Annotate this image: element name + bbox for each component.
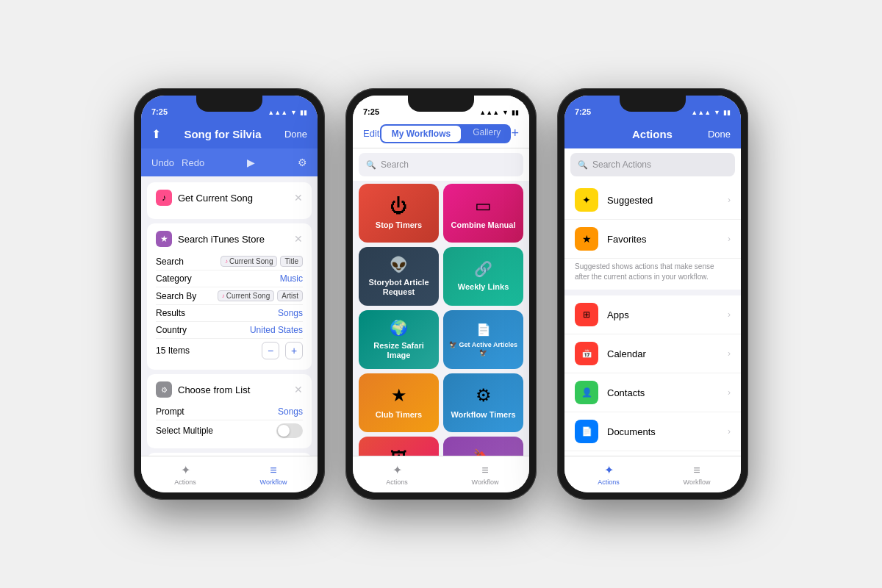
search-tags: ♪Current Song Title [220, 256, 303, 267]
actions-content: ✦ Suggested › ★ Favorites › Suggested sh… [564, 181, 741, 456]
close-block-1[interactable]: ✕ [294, 192, 303, 204]
signal-icon-2: ▲▲▲ [479, 109, 499, 116]
select-multiple-toggle[interactable] [276, 423, 303, 438]
tab-workflow-label-2: Workflow [472, 478, 499, 486]
wand-icon-1: ✦ [181, 463, 190, 477]
stop-timers-icon: ⏻ [390, 196, 408, 216]
workflow-icon-2: ≡ [481, 464, 488, 477]
suggested-icon: ✦ [575, 188, 598, 212]
close-block-2[interactable]: ✕ [294, 233, 303, 245]
redo-btn[interactable]: Redo [182, 157, 204, 168]
tab-workflow-label-3: Workflow [684, 478, 711, 486]
done-btn-3[interactable]: Done [708, 129, 731, 140]
tab-actions-2[interactable]: ✦ Actions [353, 456, 441, 492]
wand-icon-2: ✦ [392, 463, 402, 477]
results-value[interactable]: Songs [278, 308, 303, 318]
section-divider-3 [564, 290, 741, 295]
category-value[interactable]: Music [280, 273, 303, 284]
tile-workflow-timers[interactable]: ⚙ Workflow Timers [443, 373, 523, 432]
current-song-tag-2[interactable]: ♪Current Song [218, 290, 274, 301]
status-icons-2: ▲▲▲ ▼ ▮▮ [479, 109, 519, 116]
tab-actions-3[interactable]: ✦ Actions [564, 456, 653, 492]
title-tag[interactable]: Title [280, 256, 303, 267]
suggested-item[interactable]: ✦ Suggested › [564, 181, 741, 220]
contacts-item[interactable]: 👤 Contacts › [564, 373, 741, 412]
tile-active-articles[interactable]: 📄 🦅 Get Active Articles 🦅 [443, 310, 523, 369]
tab-workflow-label-1: Workflow [260, 478, 287, 486]
tile-stop-timers[interactable]: ⏻ Stop Timers [359, 184, 439, 243]
edit-btn[interactable]: Edit [363, 128, 379, 139]
workflow-timers-icon: ⚙ [476, 385, 492, 406]
workflow-icon-3: ≡ [693, 464, 700, 477]
tab-actions-1[interactable]: ✦ Actions [141, 456, 229, 492]
tile-macstories[interactable]: 🔖 MacStories [443, 437, 523, 456]
toolbar-left: Undo Redo [151, 157, 204, 168]
weekly-links-label: Weekly Links [458, 282, 509, 292]
increment-btn[interactable]: + [285, 342, 303, 359]
search-bar-3[interactable]: 🔍 Search Actions [570, 153, 735, 176]
battery-icon-2: ▮▮ [512, 109, 519, 116]
tile-combine-manual[interactable]: ▭ Combine Manual [443, 184, 523, 243]
phone-3: 7:25 ▲▲▲ ▼ ▮▮ Actions Done 🔍 Search Acti… [557, 88, 748, 500]
workflow-timers-label: Workflow Timers [451, 410, 515, 420]
tile-club-timers[interactable]: ★ Club Timers [359, 373, 439, 432]
search-by-label: Search By [156, 291, 196, 301]
artist-tag[interactable]: Artist [277, 290, 303, 301]
current-song-tag[interactable]: ♪Current Song [220, 256, 277, 267]
documents-item[interactable]: 📄 Documents › [564, 412, 741, 451]
workflow-title: Song for Silvia [184, 128, 261, 140]
items-stepper: − + [262, 342, 303, 359]
storybot-label: Storybot Article Request [365, 278, 433, 297]
add-workflow-btn[interactable]: + [511, 126, 519, 141]
music-icon-1: ♪ [156, 190, 172, 206]
macstories-icon: 🔖 [473, 448, 495, 456]
tab-workflow-1[interactable]: ≡ Workflow [229, 456, 318, 492]
top-actions-group: ✦ Suggested › ★ Favorites › Suggested sh… [564, 181, 741, 290]
favorites-item[interactable]: ★ Favorites › [564, 220, 741, 259]
workflow-content: ♪ Get Current Song ✕ ★ Search iTunes Sto… [141, 176, 318, 456]
tile-weekly-links[interactable]: 🔗 Weekly Links [443, 247, 523, 306]
play-btn[interactable]: ▶ [247, 157, 255, 168]
segment-control: My Workflows Gallery [380, 124, 511, 143]
workflow-blocks: ♪ Get Current Song ✕ ★ Search iTunes Sto… [141, 176, 318, 456]
block-title-3: Choose from List [178, 384, 288, 395]
block-title-1: Get Current Song [178, 193, 288, 204]
phones-container: 7:25 ▲▲▲ ▼ ▮▮ ⬆ Song for Silvia Done Und… [134, 88, 748, 500]
gallery-tab[interactable]: Gallery [462, 124, 511, 143]
gear-icon-3: ⚙ [156, 381, 172, 398]
apps-item[interactable]: ⊞ Apps › [564, 295, 741, 334]
apps-chevron: › [728, 309, 731, 320]
done-btn-1[interactable]: Done [284, 129, 307, 140]
share-icon-1[interactable]: ⬆ [151, 127, 161, 141]
active-articles-icon: 📄 [476, 323, 491, 337]
my-workflows-tab[interactable]: My Workflows [381, 126, 461, 142]
tab-workflow-2[interactable]: ≡ Workflow [441, 456, 529, 492]
active-articles-label: 🦅 Get Active Articles 🦅 [449, 341, 517, 357]
items-row: 15 Items − + [156, 339, 303, 362]
documents-chevron: › [728, 426, 731, 437]
close-block-3[interactable]: ✕ [294, 384, 303, 395]
prompt-row: Prompt Songs [156, 404, 303, 420]
storybot-icon: 👽 [390, 256, 408, 273]
contacts-chevron: › [728, 387, 731, 398]
get-current-song-block: ♪ Get Current Song ✕ [147, 182, 312, 219]
country-value[interactable]: United States [250, 325, 303, 335]
settings-btn[interactable]: ⚙ [298, 157, 307, 168]
nav-bar-1: ⬆ Song for Silvia Done [141, 119, 318, 148]
undo-btn[interactable]: Undo [151, 157, 174, 168]
calendar-item[interactable]: 📅 Calendar › [564, 334, 741, 373]
combine-manual-label: Combine Manual [451, 220, 515, 230]
tile-resize-safari[interactable]: 🌍 Resize Safari Image [359, 310, 439, 369]
search-icon-3: 🔍 [578, 160, 588, 170]
block-header-3: ⚙ Choose from List ✕ [156, 381, 303, 398]
wand-icon-3: ✦ [604, 463, 614, 477]
contacts-label: Contacts [607, 387, 728, 398]
contacts-icon: 👤 [575, 381, 598, 404]
decrement-btn[interactable]: − [262, 342, 279, 359]
tile-storybot[interactable]: 👽 Storybot Article Request [359, 247, 439, 306]
notch-2 [408, 96, 474, 112]
tab-workflow-3[interactable]: ≡ Workflow [653, 456, 741, 492]
search-bar-2[interactable]: 🔍 Search [359, 153, 523, 176]
club-timers-label: Club Timers [376, 410, 422, 420]
tile-upload-image[interactable]: 🖼 Upload Image [359, 437, 439, 456]
